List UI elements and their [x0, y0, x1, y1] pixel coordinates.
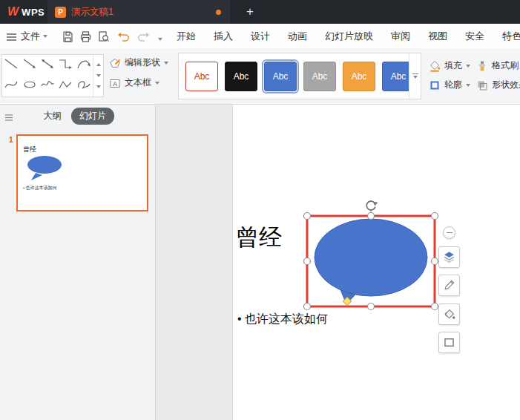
shape-style-option[interactable]: Abc [185, 62, 218, 91]
outline-label: 轮廓 [444, 79, 462, 91]
shape-option-freeform[interactable] [57, 78, 73, 94]
resize-handle-s[interactable] [368, 303, 375, 310]
chevron-down-icon [413, 76, 418, 79]
undo-button[interactable] [117, 30, 131, 43]
print-button[interactable] [79, 30, 92, 43]
save-button[interactable] [61, 30, 74, 43]
tab-design[interactable]: 设计 [251, 30, 270, 43]
shape-option-double-arrow[interactable] [39, 57, 56, 73]
chevron-down-icon [466, 84, 470, 87]
tab-security[interactable]: 安全 [465, 30, 484, 43]
scroll-up-button[interactable] [96, 63, 101, 66]
edit-shape-button[interactable]: 编辑形状 [109, 56, 168, 69]
outline-frame-button[interactable] [438, 332, 460, 353]
pane-menu-icon [4, 114, 13, 122]
resize-handle-sw[interactable] [304, 303, 311, 310]
chevron-down-icon [43, 35, 47, 38]
text-box-button[interactable]: A 文本框 [109, 76, 168, 89]
chevron-down-icon [164, 62, 168, 65]
edit-style-button[interactable] [438, 275, 460, 296]
rotate-handle[interactable] [366, 201, 378, 210]
tab-view[interactable]: 视图 [428, 30, 447, 43]
text-box-icon: A [109, 77, 121, 89]
shape-option-closed-curve[interactable] [22, 78, 38, 94]
hamburger-icon [6, 33, 17, 42]
tab-home[interactable]: 开始 [177, 30, 196, 43]
outline-icon [429, 79, 441, 91]
main-menu-button[interactable] [6, 31, 17, 40]
shape-option-line[interactable] [3, 57, 19, 73]
unsaved-indicator-dot [216, 10, 221, 15]
shape-effects-icon [476, 79, 488, 91]
scroll-down-button[interactable] [96, 74, 101, 77]
resize-handle-se[interactable] [432, 303, 438, 310]
format-painter-button[interactable]: 格式刷 [476, 59, 519, 72]
shape-style-option[interactable]: Abc [343, 62, 375, 91]
file-menu-button[interactable]: 文件 [21, 30, 47, 43]
chevron-down-icon [158, 38, 162, 41]
titlebar: W WPS P 演示文稿1 + [0, 0, 520, 24]
slide-thumbnail-selected[interactable]: 曾经 • 也许这本该如何 [16, 134, 148, 211]
fill-color-button[interactable] [438, 303, 460, 325]
print-preview-button[interactable] [96, 30, 110, 43]
arrange-layers-button[interactable] [438, 246, 460, 268]
new-tab-button[interactable]: + [242, 3, 258, 21]
slide-title-textbox[interactable]: 曾经 [236, 222, 282, 253]
shape-style-option[interactable]: Abc [303, 62, 336, 91]
format-painter-icon [476, 60, 488, 72]
file-menu-label: 文件 [21, 30, 40, 43]
shape-effects-label: 形状效果 [492, 79, 520, 91]
menubar: 文件 开始 插入 设计 动画 幻灯片放映 审阅 视图 安全 [0, 24, 520, 48]
quick-toolbar-more-button[interactable] [154, 33, 167, 46]
tab-slides-active[interactable]: 幻灯片 [71, 108, 114, 125]
save-icon [62, 30, 74, 43]
pencil-icon [443, 279, 455, 292]
outline-button[interactable]: 轮廓 [429, 79, 470, 91]
slide-editing-area: 曾经 • 也许这本该如何 [156, 105, 520, 420]
slides-panel: 大纲 幻灯片 1 曾经 • 也许这本该如何 [0, 105, 156, 420]
tab-review[interactable]: 审阅 [391, 30, 410, 43]
chevron-down-icon [466, 65, 470, 68]
ribbon: 编辑形状 A 文本框 Abc Abc Abc Abc Abc Abc 填充 [0, 48, 520, 105]
printer-icon [79, 30, 92, 43]
wps-logo[interactable]: W WPS [7, 0, 45, 24]
slide-number: 1 [9, 136, 13, 144]
resize-handle-nw[interactable] [304, 213, 311, 220]
shape-gallery-more-button[interactable] [96, 85, 101, 88]
fill-button[interactable]: 填充 [429, 59, 470, 72]
shape-style-option[interactable]: Abc [225, 62, 257, 91]
wps-logo-icon: W [7, 5, 19, 19]
wps-presentation-window: W WPS P 演示文稿1 + 文件 [0, 0, 520, 420]
shape-style-option-selected[interactable]: Abc [264, 62, 297, 91]
tab-outline[interactable]: 大纲 [43, 110, 62, 122]
shape-option-loop-curve[interactable] [76, 78, 92, 94]
layers-icon [443, 251, 455, 263]
shape-option-elbow-connector[interactable] [57, 57, 73, 73]
document-tab[interactable]: P 演示文稿1 [47, 0, 230, 24]
svg-text:A: A [113, 79, 117, 87]
pane-menu-button[interactable] [4, 111, 13, 119]
shape-style-gallery: Abc Abc Abc Abc Abc Abc [178, 53, 421, 99]
presentation-file-icon: P [55, 7, 66, 18]
edit-shape-label: 编辑形状 [125, 56, 160, 69]
selection-toolbar-collapse-button[interactable] [443, 226, 455, 239]
resize-handle-w[interactable] [304, 258, 311, 265]
wps-logo-text: WPS [22, 7, 45, 18]
resize-handle-n[interactable] [368, 213, 375, 220]
shape-option-curve-arrow[interactable] [76, 57, 92, 73]
tab-animation[interactable]: 动画 [288, 30, 307, 43]
text-box-label: 文本框 [125, 76, 151, 89]
resize-handle-ne[interactable] [432, 213, 438, 220]
tab-slideshow[interactable]: 幻灯片放映 [325, 30, 373, 43]
print-preview-icon [97, 30, 110, 43]
shape-option-arrow[interactable] [22, 57, 38, 73]
redo-button[interactable] [136, 30, 150, 43]
shape-effects-button[interactable]: 形状效果 [476, 79, 520, 91]
shape-option-s-curve[interactable] [3, 78, 19, 94]
speech-bubble-shape[interactable] [315, 219, 427, 296]
tab-features[interactable]: 特色 [502, 30, 520, 43]
resize-handle-e[interactable] [432, 258, 438, 265]
shape-option-scribble[interactable] [39, 78, 56, 94]
style-gallery-more-button[interactable] [409, 53, 421, 99]
tab-insert[interactable]: 插入 [214, 30, 233, 43]
